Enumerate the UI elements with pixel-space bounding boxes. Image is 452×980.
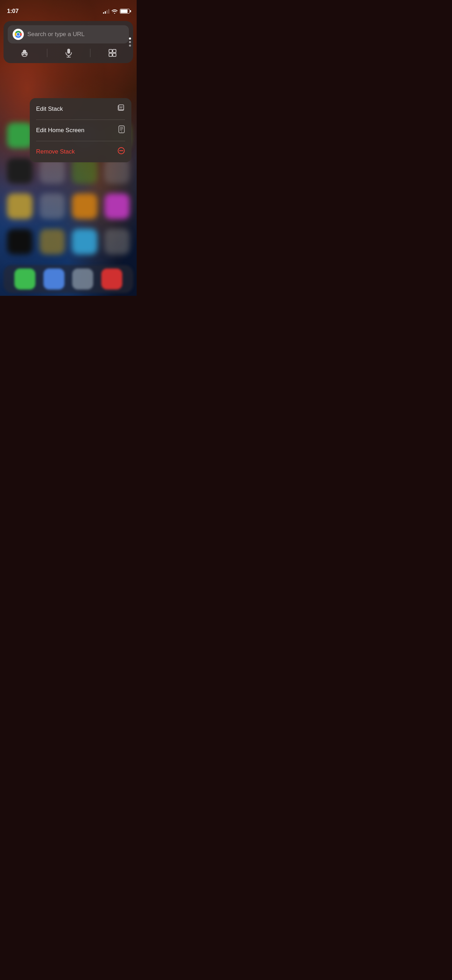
edit-stack-label: Edit Stack bbox=[36, 105, 63, 113]
edit-stack-menu-item[interactable]: Edit Stack bbox=[30, 98, 131, 119]
context-menu: Edit Stack Edit Home Screen Remove Stack bbox=[30, 98, 131, 162]
dock-icon-messages bbox=[14, 269, 35, 290]
page-dot-3 bbox=[129, 45, 131, 47]
page-dot-2 bbox=[129, 41, 131, 43]
status-icons bbox=[103, 9, 130, 14]
chrome-widget: Search or type a URL bbox=[3, 21, 133, 63]
svg-point-2 bbox=[17, 33, 20, 36]
dock-icon-safari bbox=[72, 269, 93, 290]
remove-stack-icon bbox=[118, 147, 125, 156]
edit-stack-icon bbox=[118, 104, 125, 114]
svg-rect-14 bbox=[109, 49, 112, 52]
page-dots bbox=[129, 38, 131, 47]
wifi-icon bbox=[111, 9, 118, 14]
remove-stack-menu-item[interactable]: Remove Stack bbox=[30, 141, 131, 162]
chrome-logo bbox=[13, 29, 24, 40]
svg-rect-15 bbox=[113, 49, 116, 52]
svg-rect-16 bbox=[109, 53, 112, 56]
edit-home-screen-menu-item[interactable]: Edit Home Screen bbox=[30, 119, 131, 141]
chrome-actions bbox=[8, 43, 129, 59]
svg-point-26 bbox=[121, 131, 122, 132]
microphone-button[interactable] bbox=[65, 48, 73, 57]
svg-rect-11 bbox=[67, 49, 70, 54]
dock bbox=[3, 265, 133, 293]
dock-icon-phone bbox=[43, 269, 64, 290]
divider-2 bbox=[90, 49, 91, 57]
battery-fill bbox=[121, 10, 127, 13]
svg-rect-7 bbox=[23, 50, 26, 52]
search-placeholder: Search or type a URL bbox=[27, 31, 84, 38]
edit-home-screen-icon bbox=[118, 126, 125, 135]
page-dot-1 bbox=[129, 38, 131, 40]
signal-icon bbox=[103, 9, 109, 14]
svg-rect-17 bbox=[113, 53, 116, 56]
grid-button[interactable] bbox=[108, 49, 117, 57]
remove-stack-label: Remove Stack bbox=[36, 148, 75, 155]
incognito-button[interactable] bbox=[20, 48, 29, 57]
edit-home-screen-label: Edit Home Screen bbox=[36, 127, 84, 134]
svg-rect-19 bbox=[119, 105, 124, 110]
dock-icon-music bbox=[101, 269, 122, 290]
status-bar: 1:07 bbox=[0, 0, 137, 18]
divider-1 bbox=[47, 49, 47, 57]
chrome-search-bar[interactable]: Search or type a URL bbox=[8, 25, 129, 43]
battery-icon bbox=[120, 9, 130, 14]
status-time: 1:07 bbox=[7, 8, 19, 15]
